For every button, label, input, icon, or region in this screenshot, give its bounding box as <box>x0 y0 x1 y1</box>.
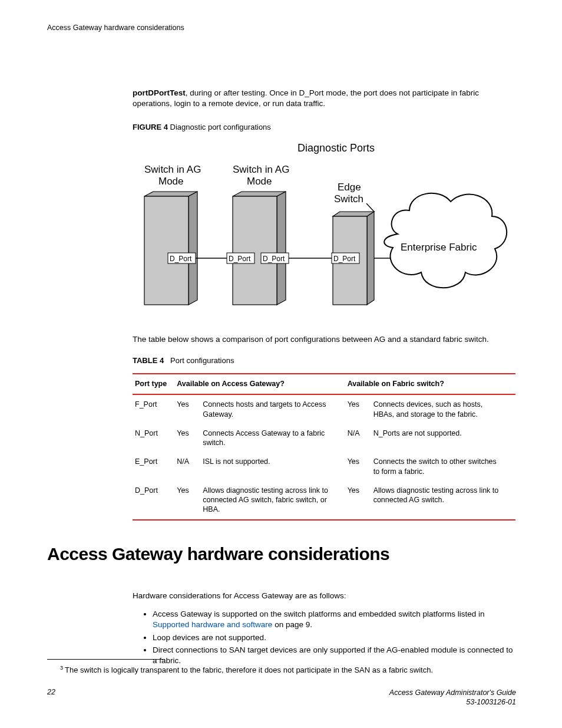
svg-rect-2 <box>144 196 189 305</box>
th-fs: Available on Fabric switch? <box>345 374 515 394</box>
cell-ag-yn: N/A <box>174 452 200 481</box>
cell-fs-desc: Allows diagnostic testing across link to… <box>371 481 515 520</box>
list-item: Loop devices are not supported. <box>153 633 515 643</box>
th-ag: Available on Access Gateway? <box>174 374 345 394</box>
cell-type: F_Port <box>133 394 174 424</box>
cell-ag-yn: Yes <box>174 481 200 520</box>
table-caption-text: Port configurations <box>170 356 234 365</box>
cell-fs-yn: Yes <box>345 452 371 481</box>
box3-label-l1: Edge <box>338 182 361 193</box>
hw-intro: Hardware considerations for Access Gatew… <box>133 591 515 601</box>
box3-label-l2: Switch <box>334 193 363 205</box>
figure-caption-text: Diagnostic port configurations <box>170 123 271 131</box>
page-number: 22 <box>47 688 55 696</box>
dport-4: D_Port <box>333 255 356 263</box>
cell-ag-yn: Yes <box>174 394 200 424</box>
footnote-num: 3 <box>60 665 63 671</box>
cell-fs-yn: Yes <box>345 394 371 424</box>
table-row: E_PortN/AISL is not supported.YesConnect… <box>133 452 515 481</box>
link-supported-hw[interactable]: Supported hardware and software <box>153 620 272 629</box>
hw-list: Access Gateway is supported on the switc… <box>133 609 515 666</box>
figure-diagram: Diagnostic Ports Switch in AG Mode D_Por… <box>133 140 515 325</box>
figure-caption: FIGURE 4 Diagnostic port configurations <box>133 122 515 133</box>
cell-fs-desc: N_Ports are not supported. <box>371 424 515 453</box>
cell-ag-desc: Connects hosts and targets to Access Gat… <box>200 394 345 424</box>
box1-label-l1: Switch in AG <box>144 164 201 175</box>
svg-marker-5 <box>277 192 286 305</box>
cell-ag-desc: ISL is not supported. <box>200 452 345 481</box>
svg-marker-10 <box>367 212 374 305</box>
footnote-rule <box>47 659 165 660</box>
dport-2: D_Port <box>229 255 251 263</box>
svg-rect-6 <box>233 196 277 305</box>
section-heading: Access Gateway hardware considerations <box>47 544 389 564</box>
table-caption: TABLE 4 Port configurations <box>133 355 515 366</box>
figure-label: FIGURE 4 <box>133 123 168 131</box>
table-row: N_PortYesConnects Access Gateway to a fa… <box>133 424 515 453</box>
table-row: F_PortYesConnects hosts and targets to A… <box>133 394 515 424</box>
cell-ag-yn: Yes <box>174 424 200 453</box>
cell-type: E_Port <box>133 452 174 481</box>
table-label: TABLE 4 <box>133 356 164 365</box>
cell-type: N_Port <box>133 424 174 453</box>
cell-fs-desc: Connects the switch to other switches to… <box>371 452 515 481</box>
cloud-label: Enterprise Fabric <box>401 242 477 253</box>
running-header: Access Gateway hardware considerations <box>47 24 184 32</box>
footnote: 3The switch is logically transparent to … <box>60 665 514 674</box>
box2-label-l2: Mode <box>247 176 272 187</box>
intro-bold: portDPortTest <box>133 88 186 97</box>
cell-fs-yn: Yes <box>345 481 371 520</box>
box1-label-l2: Mode <box>158 176 184 187</box>
th-port-type: Port type <box>133 374 174 394</box>
table-row: D_PortYesAllows diagnostic testing acros… <box>133 481 515 520</box>
dport-3: D_Port <box>263 255 285 263</box>
after-figure-text: The table below shows a comparison of po… <box>133 334 515 345</box>
list-item: Access Gateway is supported on the switc… <box>153 609 515 630</box>
port-config-table: Port type Available on Access Gateway? A… <box>133 373 515 520</box>
intro-paragraph: portDPortTest, during or after testing. … <box>133 88 515 109</box>
diagram-title: Diagnostic Ports <box>297 142 375 154</box>
cell-type: D_Port <box>133 481 174 520</box>
footnote-text: The switch is logically transparent to t… <box>65 666 433 674</box>
cell-ag-desc: Allows diagnostic testing across link to… <box>200 481 345 520</box>
svg-line-16 <box>366 203 374 212</box>
svg-marker-1 <box>189 192 197 305</box>
cell-fs-yn: N/A <box>345 424 371 453</box>
footer-docnum: 53-1003126-01 <box>466 698 516 706</box>
dport-1: D_Port <box>170 255 192 263</box>
footer-title: Access Gateway Administrator's Guide <box>389 689 516 697</box>
cell-fs-desc: Connects devices, such as hosts, HBAs, a… <box>371 394 515 424</box>
list-item: Direct connections to SAN target devices… <box>153 645 515 666</box>
box2-label-l1: Switch in AG <box>233 164 289 175</box>
cell-ag-desc: Connects Access Gateway to a fabric swit… <box>200 424 345 453</box>
